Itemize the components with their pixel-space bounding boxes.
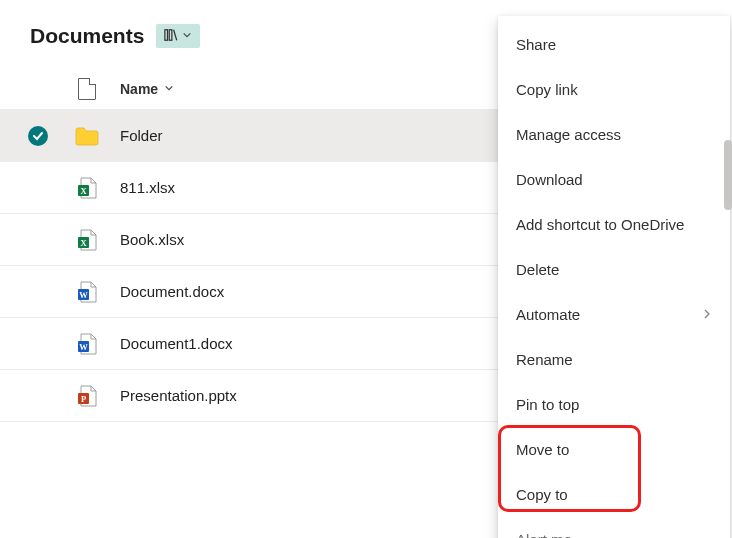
menu-item-automate[interactable]: Automate	[498, 292, 730, 337]
excel-icon: X	[62, 229, 112, 251]
menu-item-alert-me[interactable]: Alert me	[498, 517, 730, 538]
word-icon: W	[62, 281, 112, 303]
menu-item-label: Move to	[516, 441, 569, 458]
menu-item-label: Manage access	[516, 126, 621, 143]
folder-icon	[62, 126, 112, 146]
svg-rect-1	[170, 30, 173, 41]
menu-item-label: Pin to top	[516, 396, 579, 413]
menu-item-label: Add shortcut to OneDrive	[516, 216, 684, 233]
menu-item-download[interactable]: Download	[498, 157, 730, 202]
menu-item-pin-to-top[interactable]: Pin to top	[498, 382, 730, 427]
word-icon: W	[62, 333, 112, 355]
row-select-cell[interactable]	[0, 126, 62, 146]
menu-item-add-shortcut-to-onedrive[interactable]: Add shortcut to OneDrive	[498, 202, 730, 247]
svg-text:P: P	[81, 394, 86, 404]
menu-item-label: Download	[516, 171, 583, 188]
menu-item-copy-to[interactable]: Copy to	[498, 472, 730, 517]
context-menu: ShareCopy linkManage accessDownloadAdd s…	[498, 16, 730, 538]
svg-text:X: X	[80, 238, 87, 248]
page-title: Documents	[30, 24, 144, 48]
column-header-name-label: Name	[120, 81, 158, 97]
svg-line-2	[174, 30, 177, 41]
tiles-icon	[164, 28, 178, 44]
menu-item-copy-link[interactable]: Copy link	[498, 67, 730, 112]
svg-rect-0	[165, 30, 168, 41]
excel-icon: X	[62, 177, 112, 199]
svg-text:W: W	[79, 290, 88, 300]
menu-item-rename[interactable]: Rename	[498, 337, 730, 382]
checkmark-icon	[28, 126, 48, 146]
scrollbar-thumb[interactable]	[724, 140, 732, 210]
chevron-right-icon	[702, 306, 712, 323]
column-type-icon	[62, 78, 112, 100]
menu-item-label: Alert me	[516, 531, 572, 538]
chevron-down-icon	[182, 30, 192, 42]
svg-text:W: W	[79, 342, 88, 352]
menu-item-delete[interactable]: Delete	[498, 247, 730, 292]
menu-item-label: Rename	[516, 351, 573, 368]
menu-item-manage-access[interactable]: Manage access	[498, 112, 730, 157]
file-type-icon	[78, 78, 96, 100]
view-switcher[interactable]	[156, 24, 200, 48]
menu-item-label: Copy link	[516, 81, 578, 98]
menu-item-label: Copy to	[516, 486, 568, 503]
ppt-icon: P	[62, 385, 112, 407]
menu-item-move-to[interactable]: Move to	[498, 427, 730, 472]
menu-item-label: Automate	[516, 306, 580, 323]
svg-text:X: X	[80, 186, 87, 196]
menu-item-label: Share	[516, 36, 556, 53]
chevron-down-icon	[164, 83, 174, 95]
menu-item-label: Delete	[516, 261, 559, 278]
menu-item-share[interactable]: Share	[498, 22, 730, 67]
